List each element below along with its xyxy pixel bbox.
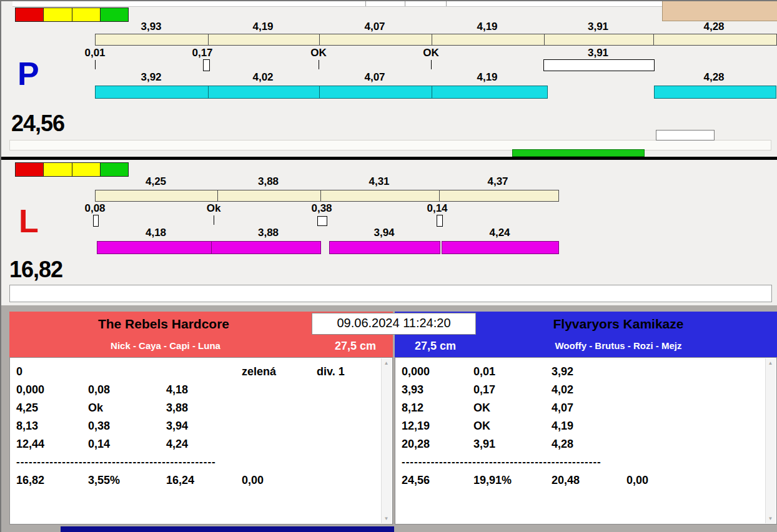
right-team-name: Flyvaryors Kamikaze	[468, 317, 768, 332]
flyball-timing-window: 3,93 4,19 4,07 4,19 3,91 4,28 0,01 0,17 …	[0, 0, 777, 532]
result-row: 20,28 3,91 4,28	[395, 438, 776, 451]
result-cell: div. 1	[317, 365, 345, 378]
result-cell: zelená	[242, 365, 276, 378]
result-row: 8,12 OK 4,07	[395, 401, 776, 415]
result-cell: 4,18	[166, 383, 188, 397]
result-row: 12,19 OK 4,19	[395, 420, 776, 433]
right-team-panel: Flyvaryors Kamikaze Wooffy - Brutus - Ro…	[395, 312, 777, 525]
left-team-name: The Rebels Hardcore	[9, 317, 318, 332]
left-team-panel: The Rebels Hardcore Nick - Caya - Capi -…	[9, 312, 393, 525]
result-cell: 0,38	[88, 420, 110, 433]
right-team-jump-height: 27,5 cm	[404, 340, 467, 353]
l-change-mark: Ok	[194, 202, 234, 214]
left-scrollbar[interactable]: ▲ ▼	[381, 358, 392, 523]
total-cell: 16,82	[16, 474, 44, 487]
change-tick	[214, 215, 214, 225]
change-marker-box	[93, 215, 99, 227]
l-upper-measure-bar	[95, 190, 559, 202]
result-cell: 3,92	[552, 365, 573, 378]
right-results-list: 0,000 0,01 3,92 3,93 0,17 4,02 8,12 OK 4…	[395, 357, 777, 525]
result-row: 8,13 0,38 3,94	[10, 420, 392, 433]
totals-row: 24,56 19,91% 20,48 0,00	[395, 474, 776, 488]
scroll-up-icon[interactable]: ▲	[382, 360, 391, 366]
light-green-icon	[101, 163, 128, 176]
left-results-list: 0 zelená div. 1 0,000 0,08 4,18 4,25 Ok …	[9, 357, 393, 525]
l-run-bars	[97, 241, 321, 254]
l-lower-time: 3,94	[329, 227, 439, 239]
result-cell: 4,19	[552, 420, 573, 433]
separator-row: ----------------------------------------…	[402, 456, 601, 468]
total-cell: 19,91%	[473, 474, 512, 487]
change-marker-box	[317, 216, 327, 226]
l-status-lights	[15, 162, 129, 177]
result-cell: 3,88	[166, 401, 188, 415]
result-cell: Ok	[88, 401, 103, 415]
l-change-mark: 0,08	[75, 202, 115, 214]
result-row: 0,000 0,01 3,92	[395, 365, 776, 379]
result-cell: 0,08	[88, 383, 110, 397]
result-cell: 0,01	[473, 365, 495, 378]
result-cell: 0	[16, 365, 22, 378]
l-lower-time: 3,88	[217, 227, 320, 239]
total-cell: 0,00	[242, 474, 264, 487]
total-cell: 3,55%	[88, 474, 120, 487]
total-cell: 16,24	[166, 474, 194, 487]
result-cell: 20,28	[402, 438, 430, 451]
right-team-dogs: Wooffy - Brutus - Rozi - Mejz	[468, 340, 768, 351]
right-scrollbar[interactable]: ▲ ▼	[765, 358, 776, 523]
scroll-up-icon[interactable]: ▲	[766, 360, 775, 366]
segment-divider	[217, 190, 218, 201]
result-cell: 8,13	[16, 420, 38, 433]
light-yellow-icon	[44, 163, 72, 176]
result-row: 3,93 0,17 4,02	[395, 383, 776, 397]
result-cell: OK	[473, 420, 490, 433]
l-total-time: 16,82	[9, 259, 62, 281]
timestamp-box: 09.06.2024 11:24:20	[312, 313, 476, 335]
left-team-dogs: Nick - Caya - Capi - Luna	[9, 340, 322, 351]
l-run-bar	[329, 241, 440, 254]
result-cell: 4,02	[552, 383, 573, 397]
l-lower-time: 4,18	[95, 227, 217, 239]
segment-divider	[320, 190, 321, 201]
total-cell: 20,48	[552, 474, 580, 487]
l-change-mark: 0,14	[417, 202, 457, 214]
scroll-down-icon[interactable]: ▼	[766, 516, 775, 521]
result-cell: 12,44	[16, 438, 44, 451]
result-cell: 3,91	[473, 438, 495, 451]
total-cell: 24,56	[402, 474, 430, 487]
result-row: 0,000 0,08 4,18	[10, 383, 392, 397]
result-cell: 8,12	[402, 401, 423, 415]
separator-row: ----------------------------------------…	[16, 456, 216, 468]
l-change-mark: 0,38	[302, 202, 342, 214]
result-row: 12,44 0,14 4,24	[10, 438, 392, 451]
result-cell: 4,25	[16, 401, 38, 415]
l-lower-time: 4,24	[442, 227, 558, 239]
results-section: The Rebels Hardcore Nick - Caya - Capi -…	[1, 305, 777, 532]
result-cell: 0,000	[402, 365, 430, 378]
result-cell: 3,93	[402, 383, 423, 397]
segment-divider	[211, 242, 212, 254]
light-red-icon	[16, 163, 44, 176]
l-upper-time: 3,88	[217, 175, 320, 187]
result-cell: 0,17	[473, 383, 495, 397]
totals-row: 16,82 3,55% 16,24 0,00	[10, 474, 392, 488]
l-lane-letter: L	[19, 205, 39, 237]
l-upper-time: 4,25	[95, 175, 217, 187]
result-cell: 0,000	[16, 383, 44, 397]
result-cell: 12,19	[402, 420, 430, 433]
left-team-jump-height: 27,5 cm	[320, 340, 390, 353]
total-cell: 0,00	[626, 474, 648, 487]
result-cell: OK	[473, 401, 490, 415]
l-upper-time: 4,31	[320, 175, 438, 187]
result-cell: 4,24	[166, 438, 188, 451]
result-cell: 0,14	[88, 438, 110, 451]
taskbar-strip	[61, 526, 394, 532]
result-row: 4,25 Ok 3,88	[10, 401, 392, 415]
result-cell: 4,28	[552, 438, 573, 451]
result-cell: 3,94	[166, 420, 188, 433]
l-run-bar	[442, 241, 559, 254]
l-empty-strip	[9, 285, 772, 302]
result-row: 0 zelená div. 1	[10, 365, 392, 379]
scroll-down-icon[interactable]: ▼	[382, 516, 391, 521]
light-yellow-icon	[72, 163, 101, 176]
